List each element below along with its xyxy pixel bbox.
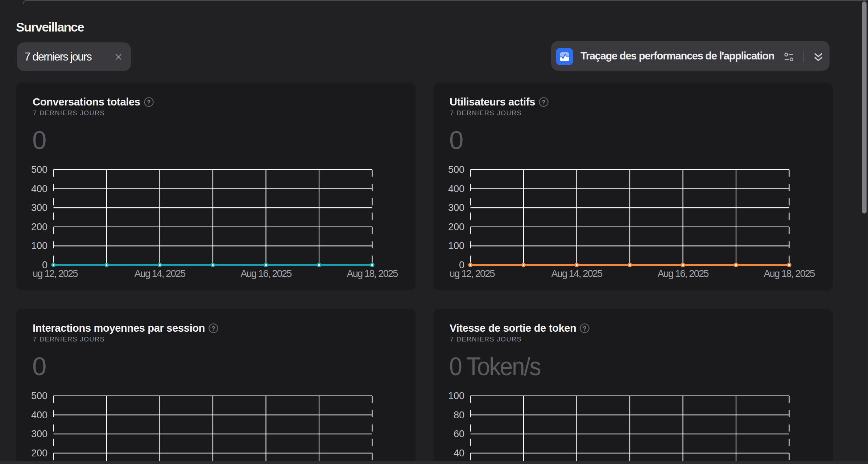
svg-text:60: 60 <box>454 428 464 439</box>
svg-text:500: 500 <box>448 164 464 175</box>
svg-text:200: 200 <box>31 448 47 459</box>
svg-text:40: 40 <box>454 448 464 459</box>
svg-text:ug 12, 2025: ug 12, 2025 <box>450 268 495 279</box>
svg-text:Aug 18, 2025: Aug 18, 2025 <box>764 268 815 279</box>
svg-text:500: 500 <box>31 390 47 401</box>
svg-text:100: 100 <box>448 390 464 401</box>
svg-text:300: 300 <box>31 202 47 213</box>
svg-text:200: 200 <box>31 221 47 232</box>
svg-text:200: 200 <box>448 221 464 232</box>
svg-text:80: 80 <box>454 410 464 420</box>
svg-text:300: 300 <box>448 202 464 213</box>
svg-text:400: 400 <box>448 183 464 194</box>
svg-text:500: 500 <box>31 164 47 175</box>
svg-text:100: 100 <box>31 240 47 251</box>
svg-text:100: 100 <box>448 240 464 251</box>
svg-text:Aug 14, 2025: Aug 14, 2025 <box>134 268 185 279</box>
svg-text:400: 400 <box>31 410 47 420</box>
svg-text:400: 400 <box>31 183 47 194</box>
svg-text:Aug 16, 2025: Aug 16, 2025 <box>657 268 708 279</box>
svg-text:Aug 18, 2025: Aug 18, 2025 <box>347 268 398 279</box>
svg-text:ug 12, 2025: ug 12, 2025 <box>33 268 78 279</box>
svg-text:Aug 14, 2025: Aug 14, 2025 <box>551 268 602 279</box>
svg-text:300: 300 <box>31 428 47 439</box>
svg-text:Aug 16, 2025: Aug 16, 2025 <box>240 268 292 279</box>
